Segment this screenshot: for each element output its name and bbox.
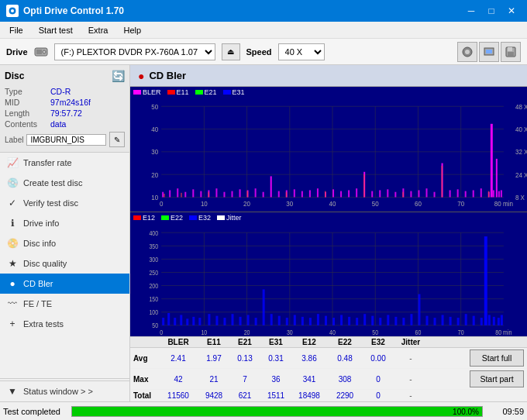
start-part-button[interactable]: Start part bbox=[470, 370, 524, 387]
svg-rect-173 bbox=[450, 316, 452, 325]
nav-create-test-disc[interactable]: 💿 Create test disc bbox=[0, 173, 129, 193]
stats-max-e22: 308 bbox=[327, 375, 363, 384]
svg-rect-89 bbox=[496, 159, 498, 198]
nav-verify-test-disc[interactable]: ✓ Verify test disc bbox=[0, 193, 129, 213]
svg-rect-56 bbox=[255, 188, 257, 197]
legend-e21: E21 bbox=[195, 88, 217, 96]
legend-color-e22 bbox=[161, 215, 169, 220]
svg-text:70: 70 bbox=[457, 199, 464, 208]
svg-text:20: 20 bbox=[151, 170, 158, 179]
svg-rect-135 bbox=[162, 318, 164, 325]
svg-rect-167 bbox=[402, 318, 405, 325]
stats-total-e12: 18498 bbox=[291, 391, 327, 400]
nav-disc-info[interactable]: 📀 Disc info bbox=[0, 233, 129, 253]
nav-label-cd-bler: CD Bler bbox=[23, 279, 53, 288]
maximize-button[interactable]: □ bbox=[482, 3, 501, 19]
stats-total-e22: 2290 bbox=[327, 391, 363, 400]
disc-length-key: Length bbox=[5, 108, 47, 118]
svg-rect-174 bbox=[457, 318, 460, 325]
menu-file[interactable]: File bbox=[3, 24, 29, 36]
nav-fe-te[interactable]: 〰 FE / TE bbox=[0, 294, 129, 314]
svg-rect-62 bbox=[301, 191, 303, 198]
menu-start-test[interactable]: Start test bbox=[33, 24, 79, 36]
svg-rect-157 bbox=[325, 315, 327, 325]
svg-rect-64 bbox=[317, 188, 319, 197]
nav-cd-bler[interactable]: ● CD Bler bbox=[0, 274, 129, 294]
toolbar-btn-2[interactable] bbox=[479, 42, 499, 62]
disc-length-val: 79:57.72 bbox=[50, 108, 82, 118]
stats-avg-label: Avg bbox=[133, 354, 158, 363]
close-button[interactable]: ✕ bbox=[502, 3, 521, 19]
svg-rect-176 bbox=[473, 315, 475, 325]
svg-rect-63 bbox=[309, 190, 311, 197]
svg-rect-153 bbox=[294, 315, 296, 325]
fe-te-icon: 〰 bbox=[6, 298, 19, 310]
col-e31: E31 bbox=[260, 338, 291, 346]
legend-label-bler: BLER bbox=[143, 88, 161, 96]
svg-rect-181 bbox=[498, 318, 500, 325]
legend-e31: E31 bbox=[223, 88, 245, 96]
label-edit-button[interactable]: ✎ bbox=[109, 132, 125, 147]
minimize-button[interactable]: ─ bbox=[462, 3, 480, 19]
menu-bar: File Start test Extra Help bbox=[0, 22, 527, 39]
svg-rect-54 bbox=[239, 189, 241, 197]
svg-rect-48 bbox=[192, 189, 194, 197]
svg-text:20: 20 bbox=[244, 329, 250, 336]
legend-e22: E22 bbox=[161, 214, 183, 222]
svg-text:300: 300 bbox=[149, 256, 158, 263]
disc-quality-icon: ★ bbox=[6, 257, 19, 270]
legend-color-e12 bbox=[133, 215, 141, 220]
svg-rect-154 bbox=[301, 316, 304, 325]
legend-label-e31: E31 bbox=[232, 88, 245, 96]
menu-extra[interactable]: Extra bbox=[82, 24, 115, 36]
content-area: ● CD Bler BLER E11 bbox=[130, 65, 527, 401]
svg-rect-52 bbox=[223, 192, 225, 198]
svg-rect-46 bbox=[177, 188, 178, 197]
svg-rect-74 bbox=[394, 192, 396, 198]
nav-label-verify-test: Verify test disc bbox=[23, 198, 78, 208]
svg-rect-165 bbox=[387, 315, 389, 325]
stats-avg-e32: 0.00 bbox=[363, 354, 394, 363]
nav-extra-tests[interactable]: + Extra tests bbox=[0, 314, 129, 334]
legend-label-e32: E32 bbox=[198, 214, 211, 222]
svg-rect-138 bbox=[180, 315, 182, 325]
svg-point-6 bbox=[465, 50, 470, 54]
toolbar-btn-1[interactable] bbox=[457, 42, 477, 62]
svg-rect-141 bbox=[198, 318, 201, 325]
disc-refresh-icon[interactable]: 🔄 bbox=[112, 70, 125, 82]
svg-rect-58 bbox=[270, 176, 272, 197]
svg-rect-144 bbox=[223, 318, 226, 325]
drive-selector[interactable]: (F:) PLEXTOR DVDR PX-760A 1.07 bbox=[54, 43, 215, 60]
speed-selector[interactable]: 40 X bbox=[278, 43, 325, 60]
svg-rect-47 bbox=[184, 192, 186, 198]
svg-rect-145 bbox=[232, 314, 234, 325]
stats-max-bler: 42 bbox=[158, 375, 198, 384]
stats-max-e21: 7 bbox=[229, 375, 260, 384]
cd-bler-icon: ● bbox=[6, 277, 19, 290]
svg-point-4 bbox=[43, 50, 46, 53]
legend-color-e32 bbox=[189, 215, 197, 220]
svg-rect-44 bbox=[162, 192, 164, 198]
legend-color-jitter bbox=[217, 215, 225, 220]
main-area: Disc 🔄 Type CD-R MID 97m24s16f Length 79… bbox=[0, 65, 527, 401]
nav-disc-quality[interactable]: ★ Disc quality bbox=[0, 253, 129, 274]
toolbar-btn-save[interactable] bbox=[501, 42, 521, 62]
start-full-button[interactable]: Start full bbox=[470, 349, 524, 367]
col-bler: BLER bbox=[158, 338, 198, 346]
status-text: Test completed bbox=[3, 407, 65, 416]
svg-rect-180 bbox=[493, 316, 495, 325]
svg-rect-81 bbox=[450, 190, 451, 197]
svg-rect-171 bbox=[434, 318, 436, 325]
charts-area: BLER E11 E21 E31 bbox=[130, 87, 527, 336]
stats-avg-e31: 0.31 bbox=[260, 354, 291, 363]
disc-title: Disc bbox=[5, 71, 24, 81]
menu-help[interactable]: Help bbox=[117, 24, 147, 36]
svg-text:40 X: 40 X bbox=[515, 126, 527, 134]
svg-rect-73 bbox=[387, 189, 388, 197]
legend-e12: E12 bbox=[133, 214, 155, 222]
nav-status-window[interactable]: ▼ Status window > > bbox=[0, 380, 129, 401]
eject-button[interactable]: ⏏ bbox=[222, 43, 240, 60]
nav-transfer-rate[interactable]: 📈 Transfer rate bbox=[0, 153, 129, 173]
col-e12: E12 bbox=[291, 338, 327, 346]
nav-drive-info[interactable]: ℹ Drive info bbox=[0, 213, 129, 233]
